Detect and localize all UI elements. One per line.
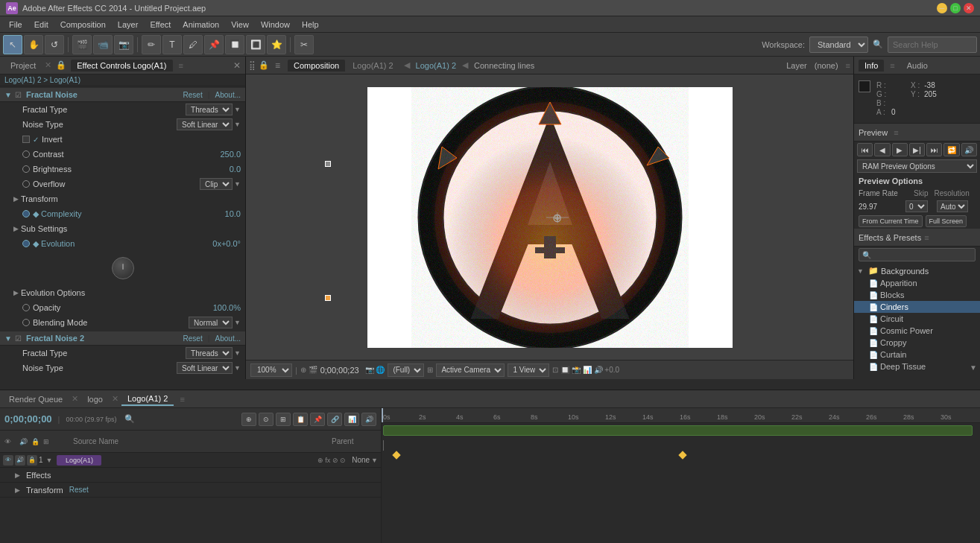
preview-loop[interactable]: 🔁 xyxy=(943,143,959,156)
ram-preview-select[interactable]: RAM Preview Options xyxy=(857,159,977,173)
track-vis-lock[interactable]: 🔒 xyxy=(27,455,37,466)
tl-btn-5[interactable]: 📌 xyxy=(310,413,325,426)
transform-reset-tl[interactable]: Reset xyxy=(69,486,89,494)
from-current-time-btn[interactable]: From Current Time xyxy=(859,215,923,227)
track-vis-audio[interactable]: 🔊 xyxy=(15,455,25,466)
fx-about-2[interactable]: About... xyxy=(215,334,241,343)
contrast-stopwatch[interactable] xyxy=(22,150,30,158)
tool-shape[interactable]: ✂ xyxy=(294,35,314,54)
preview-play[interactable]: ▶ xyxy=(892,143,908,156)
close-button[interactable]: ✕ xyxy=(964,3,974,13)
brightness-stopwatch[interactable] xyxy=(22,165,30,173)
evolution-knob[interactable] xyxy=(112,257,134,279)
menu-effect[interactable]: Effect xyxy=(144,19,177,31)
invert-stopwatch[interactable] xyxy=(22,136,30,143)
handle-tl[interactable] xyxy=(325,161,331,167)
menu-edit[interactable]: Edit xyxy=(28,19,54,31)
preview-prev-frame[interactable]: ◀ xyxy=(874,143,890,156)
noise-type-arrow-2[interactable]: ▼ xyxy=(234,364,241,372)
minimize-button[interactable]: ─ xyxy=(937,3,947,13)
keyframe-1[interactable] xyxy=(392,451,400,459)
tab-logo[interactable]: logo xyxy=(81,393,109,405)
effect-item-deep-tissue[interactable]: 📄 Deep Tissue xyxy=(854,361,980,372)
preview-first-frame[interactable]: ⏮ xyxy=(857,143,873,156)
noise-type-select[interactable]: Soft Linear xyxy=(177,118,233,130)
timeline-current-time[interactable]: 0;00;00;00 xyxy=(4,413,52,425)
camera-select[interactable]: Active Camera xyxy=(436,363,505,377)
track-vis-eye[interactable]: 👁 xyxy=(3,455,13,466)
menu-layer[interactable]: Layer xyxy=(112,19,145,31)
maximize-button[interactable]: □ xyxy=(950,3,961,13)
tl-btn-3[interactable]: ⊞ xyxy=(276,413,291,426)
track-logo-label[interactable]: Logo(A1) xyxy=(57,455,101,466)
timeline-bar-logo[interactable] xyxy=(383,425,973,436)
tl-btn-8[interactable]: 🔊 xyxy=(361,413,376,426)
noise-type-arrow[interactable]: ▼ xyxy=(234,121,241,128)
blending-mode-select[interactable]: Normal xyxy=(189,317,233,328)
backgrounds-twirl[interactable]: ▼ xyxy=(857,267,864,275)
tab-project[interactable]: Project xyxy=(4,60,42,72)
tool-eraser[interactable]: 🔲 xyxy=(225,35,244,54)
effect-item-circuit[interactable]: 📄 Circuit xyxy=(854,313,980,325)
menu-animation[interactable]: Animation xyxy=(177,19,225,31)
overflow-arrow[interactable]: ▼ xyxy=(234,180,241,188)
tool-select[interactable]: ↖ xyxy=(3,35,22,54)
zoom-select[interactable]: 100% xyxy=(250,363,292,377)
tool-text[interactable]: T xyxy=(162,35,182,54)
preview-menu[interactable]: ≡ xyxy=(894,128,898,137)
comp-header-menu[interactable]: ≡ xyxy=(846,61,850,70)
tl-btn-1[interactable]: ⊕ xyxy=(241,413,256,426)
tool-roto[interactable]: 🔳 xyxy=(246,35,265,54)
effect-item-cosmic-power[interactable]: 📄 Cosmic Power xyxy=(854,325,980,337)
fractal-type-arrow[interactable]: ▼ xyxy=(234,106,241,113)
overflow-select[interactable]: Clip xyxy=(200,178,233,190)
tool-puppet[interactable]: ⭐ xyxy=(267,35,286,54)
tl-btn-6[interactable]: 🔗 xyxy=(327,413,342,426)
tool-brush[interactable]: 🖊 xyxy=(183,35,203,54)
keyframe-2[interactable] xyxy=(678,451,686,459)
track-twirl[interactable]: ▼ xyxy=(46,457,53,464)
tab-logo-a1-2[interactable]: Logo(A1) 2 xyxy=(121,393,174,406)
track-parent-arrow[interactable]: ▼ xyxy=(371,457,378,464)
fx-reset-2[interactable]: Reset xyxy=(183,334,203,343)
full-screen-btn[interactable]: Full Screen xyxy=(926,215,967,227)
tool-stamp[interactable]: 📌 xyxy=(204,35,224,54)
noise-type-select-2[interactable]: Soft Linear xyxy=(177,362,233,374)
blending-mode-arrow[interactable]: ▼ xyxy=(234,319,241,326)
fractal-type-select-2[interactable]: Threads xyxy=(186,347,233,359)
tab-render-queue[interactable]: Render Queue xyxy=(3,393,69,405)
tab-composition[interactable]: Composition xyxy=(288,60,345,72)
menu-help[interactable]: Help xyxy=(296,19,325,31)
timeline-playhead[interactable] xyxy=(382,408,383,422)
fx-reset-1[interactable]: Reset xyxy=(183,91,203,99)
fx-about-1[interactable]: About... xyxy=(215,91,241,99)
transform-twirl-tl[interactable]: ▶ xyxy=(15,486,20,494)
tab-audio[interactable]: Audio xyxy=(901,60,934,72)
menu-file[interactable]: File xyxy=(3,19,28,31)
right-panel-more-btn[interactable]: ▼ xyxy=(970,363,977,372)
comp-menu-icon[interactable]: ≡ xyxy=(275,60,280,71)
timeline-menu[interactable]: ≡ xyxy=(180,395,184,404)
preview-next-frame[interactable]: ▶| xyxy=(909,143,925,156)
menu-window[interactable]: Window xyxy=(255,19,296,31)
preview-last-frame[interactable]: ⏭ xyxy=(926,143,942,156)
tool-camera[interactable]: 🎬 xyxy=(72,35,92,54)
view-select[interactable]: 1 View xyxy=(508,363,549,377)
tool-cam3[interactable]: 📷 xyxy=(114,35,133,54)
tl-btn-7[interactable]: 📊 xyxy=(344,413,359,426)
panel-close[interactable]: ✕ xyxy=(233,60,241,71)
fx-twirl-1[interactable]: ▼ xyxy=(4,91,12,99)
effects-presets-menu[interactable]: ≡ xyxy=(924,233,929,242)
effect-item-croppy[interactable]: 📄 Croppy xyxy=(854,337,980,349)
effect-item-blocks[interactable]: 📄 Blocks xyxy=(854,289,980,301)
menu-view[interactable]: View xyxy=(225,19,255,31)
complexity-stopwatch[interactable] xyxy=(22,210,30,217)
tab-effect-controls[interactable]: Effect Controls Logo(A1) xyxy=(71,60,172,72)
transform-twirl[interactable]: ▶ xyxy=(13,195,19,203)
evolution-stopwatch[interactable] xyxy=(22,240,30,247)
handle-ml[interactable] xyxy=(325,295,331,301)
composition-viewport[interactable]: ⊕ xyxy=(246,74,853,360)
preview-audio[interactable]: 🔊 xyxy=(961,143,977,156)
opacity-stopwatch[interactable] xyxy=(22,304,30,311)
resolution-select[interactable]: (Full) xyxy=(388,363,424,377)
